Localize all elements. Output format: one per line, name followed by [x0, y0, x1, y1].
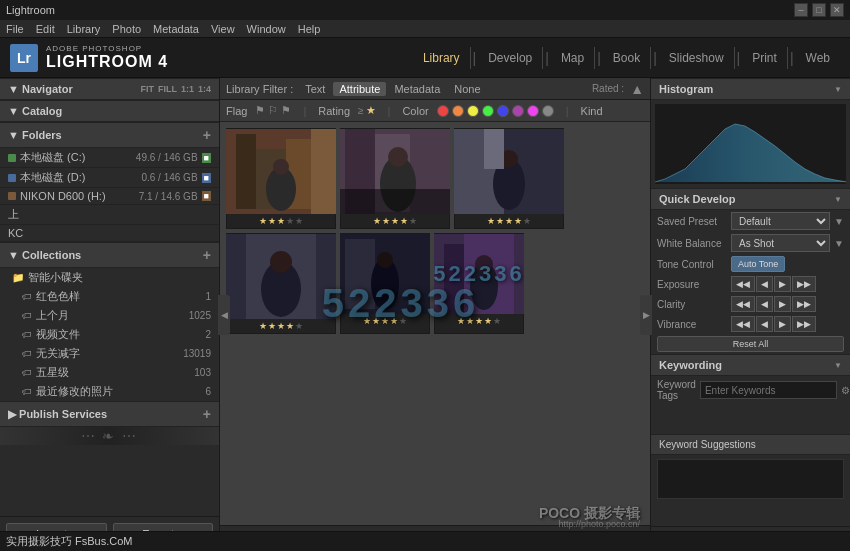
photo-cell-3[interactable]: ★★★★★ — [454, 128, 564, 229]
filter-tab-attribute[interactable]: Attribute — [333, 82, 386, 96]
qd-vibrance-dec[interactable]: ◀ — [756, 316, 773, 332]
qd-vibrance-dec2[interactable]: ◀◀ — [731, 316, 755, 332]
folders-header[interactable]: ▼ Folders + — [0, 122, 219, 148]
keywording-section: Keywording ▼ Keyword Tags ⚙ Keyword Sugg… — [651, 354, 850, 503]
filter-tab-metadata[interactable]: Metadata — [388, 82, 446, 96]
add-folder-button[interactable]: + — [203, 127, 211, 143]
photo-cell-5[interactable]: ★★★★★ — [340, 233, 430, 334]
qd-reset-btn[interactable]: Reset All — [657, 336, 844, 352]
collection-notext[interactable]: 🏷 无关减字 13019 — [0, 344, 219, 363]
color-yellow[interactable] — [467, 105, 479, 117]
flag-icon-neutral[interactable]: ⚐ — [268, 104, 278, 117]
keyword-suggestions-header[interactable]: Keyword Suggestions — [651, 434, 850, 455]
menu-help[interactable]: Help — [298, 23, 321, 35]
color-orange[interactable] — [452, 105, 464, 117]
add-publish-button[interactable]: + — [203, 406, 211, 422]
qd-collapse[interactable]: ▼ — [834, 195, 842, 204]
section-divider: ⋯ ❧ ⋯ — [0, 427, 219, 445]
add-collection-button[interactable]: + — [203, 247, 211, 263]
close-button[interactable]: ✕ — [830, 3, 844, 17]
color-gray[interactable] — [542, 105, 554, 117]
photo-cell-2[interactable]: ★★★★★ — [340, 128, 450, 229]
navigator-header[interactable]: ▼ Navigator FIT FILL 1:1 1:4 — [0, 78, 219, 100]
histogram-collapse[interactable]: ▼ — [834, 85, 842, 94]
menu-view[interactable]: View — [211, 23, 235, 35]
fill-btn[interactable]: FILL — [158, 84, 177, 94]
collection-5star[interactable]: 🏷 五星级 103 — [0, 363, 219, 382]
keywording-header[interactable]: Keywording ▼ — [651, 354, 850, 376]
qd-preset-arrow[interactable]: ▼ — [834, 216, 844, 227]
collection-recent[interactable]: 🏷 最近修改的照片 6 — [0, 382, 219, 401]
photo-cell-4[interactable]: ★★★★★ — [226, 233, 336, 334]
color-purple[interactable] — [512, 105, 524, 117]
folder-item-misc1[interactable]: 上 — [0, 205, 219, 225]
flag-icon-white[interactable]: ⚑ — [255, 104, 265, 117]
collection-smart[interactable]: 📁 智能小碟夹 — [0, 268, 219, 287]
right-panel-collapse-arrow[interactable]: ▶ — [640, 295, 652, 335]
folder-item-d[interactable]: 本地磁盘 (D:) 0.6 / 146 GB ■ — [0, 168, 219, 188]
histogram-header[interactable]: Histogram ▼ — [651, 78, 850, 100]
kw-collapse[interactable]: ▼ — [834, 361, 842, 370]
tab-develop[interactable]: Develop — [478, 47, 543, 69]
menu-edit[interactable]: Edit — [36, 23, 55, 35]
qd-exposure-dec[interactable]: ◀ — [756, 276, 773, 292]
menu-photo[interactable]: Photo — [112, 23, 141, 35]
qd-vibrance-inc2[interactable]: ▶▶ — [792, 316, 816, 332]
menu-window[interactable]: Window — [247, 23, 286, 35]
minimize-button[interactable]: – — [794, 3, 808, 17]
maximize-button[interactable]: □ — [812, 3, 826, 17]
qd-clarity-inc[interactable]: ▶ — [774, 296, 791, 312]
catalog-header[interactable]: ▼ Catalog — [0, 100, 219, 122]
qd-clarity-dec[interactable]: ◀ — [756, 296, 773, 312]
folder-item-h[interactable]: NIKON D600 (H:) 7.1 / 14.6 GB ■ — [0, 188, 219, 205]
qd-auto-tone-btn[interactable]: Auto Tone — [731, 256, 785, 272]
qd-wb-arrow[interactable]: ▼ — [834, 238, 844, 249]
collection-count-red: 1 — [205, 291, 211, 302]
qd-clarity-dec2[interactable]: ◀◀ — [731, 296, 755, 312]
1-1-btn[interactable]: 1:1 — [181, 84, 194, 94]
tab-book[interactable]: Book — [603, 47, 651, 69]
photo-stars-6: ★★★★★ — [457, 314, 501, 328]
photo-cell-1[interactable]: ★★★★★ — [226, 128, 336, 229]
fit-btn[interactable]: FIT — [140, 84, 154, 94]
collection-video[interactable]: 🏷 视频文件 2 — [0, 325, 219, 344]
left-panel-collapse-arrow[interactable]: ◀ — [218, 295, 230, 335]
menu-file[interactable]: File — [6, 23, 24, 35]
color-green[interactable] — [482, 105, 494, 117]
tab-library[interactable]: Library — [413, 47, 471, 69]
filter-tab-text[interactable]: Text — [299, 82, 331, 96]
qd-clarity-inc2[interactable]: ▶▶ — [792, 296, 816, 312]
color-blue[interactable] — [497, 105, 509, 117]
filter-collapse[interactable]: ▲ — [630, 81, 644, 97]
qd-white-balance-select[interactable]: As Shot — [731, 234, 830, 252]
tab-web[interactable]: Web — [796, 47, 840, 69]
color-pink[interactable] — [527, 105, 539, 117]
tab-map[interactable]: Map — [551, 47, 595, 69]
star-1[interactable]: ★ — [366, 104, 376, 117]
photo-cell-6[interactable]: 522336 ★★★★★ — [434, 233, 524, 334]
menu-metadata[interactable]: Metadata — [153, 23, 199, 35]
flag-icon-rejected[interactable]: ⚑ — [281, 104, 291, 117]
quick-develop-section: Quick Develop ▼ Saved Preset Default ▼ W… — [651, 188, 850, 354]
menu-library[interactable]: Library — [67, 23, 101, 35]
collections-header[interactable]: ▼ Collections + — [0, 242, 219, 268]
qd-vibrance-inc[interactable]: ▶ — [774, 316, 791, 332]
qd-saved-preset-select[interactable]: Default — [731, 212, 830, 230]
keyword-tags-input[interactable] — [700, 381, 837, 399]
photo-grid[interactable]: ★★★★★ — [220, 122, 650, 525]
tab-print[interactable]: Print — [742, 47, 788, 69]
qd-exposure-inc[interactable]: ▶ — [774, 276, 791, 292]
filter-tab-none[interactable]: None — [448, 82, 486, 96]
kw-settings-icon[interactable]: ⚙ — [841, 385, 850, 396]
qd-exposure-dec2[interactable]: ◀◀ — [731, 276, 755, 292]
tab-slideshow[interactable]: Slideshow — [659, 47, 735, 69]
1-4-btn[interactable]: 1:4 — [198, 84, 211, 94]
collection-month[interactable]: 🏷 上个月 1025 — [0, 306, 219, 325]
color-red[interactable] — [437, 105, 449, 117]
folder-item-c[interactable]: 本地磁盘 (C:) 49.6 / 146 GB ■ — [0, 148, 219, 168]
quick-develop-header[interactable]: Quick Develop ▼ — [651, 188, 850, 210]
qd-exposure-inc2[interactable]: ▶▶ — [792, 276, 816, 292]
folder-item-kc[interactable]: KC — [0, 225, 219, 242]
publish-services-header[interactable]: ▶ Publish Services + — [0, 401, 219, 427]
collection-red[interactable]: 🏷 红色色样 1 — [0, 287, 219, 306]
